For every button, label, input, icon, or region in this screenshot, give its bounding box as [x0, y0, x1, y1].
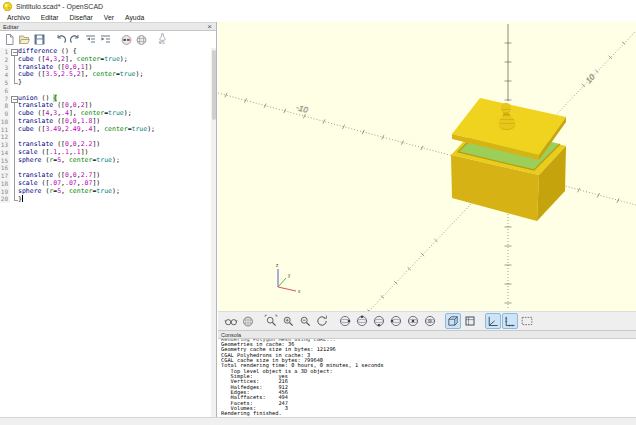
fold-marker — [10, 133, 18, 141]
undo-icon[interactable] — [53, 33, 67, 47]
line-number: 5 — [0, 79, 10, 87]
fold-marker — [10, 118, 18, 126]
reset-view-icon[interactable] — [314, 313, 330, 329]
editor-toolbar: STL — [0, 31, 216, 48]
fold-marker — [10, 71, 18, 79]
show-scale-markers-icon[interactable] — [502, 313, 518, 329]
model — [451, 98, 566, 221]
line-number: 11 — [0, 126, 10, 134]
view-top-icon[interactable] — [354, 313, 370, 329]
render-icon[interactable] — [134, 33, 148, 47]
fold-marker — [10, 56, 18, 64]
zoom-out-icon[interactable] — [297, 313, 313, 329]
line-number: 16 — [0, 164, 10, 172]
view-back-icon[interactable] — [422, 313, 438, 329]
code-line-15: 15sphere (r=5, center=true); — [0, 157, 211, 165]
fold-marker — [10, 164, 18, 172]
editor-panel: Editar × STL 1difference () {2cube ([4,3… — [0, 22, 217, 417]
show-crosshairs-icon[interactable] — [519, 313, 535, 329]
code-text: } — [18, 195, 23, 203]
menu-ayuda[interactable]: Ayuda — [120, 14, 150, 21]
x-axis-neg-label: -10 — [295, 103, 309, 115]
line-number: 10 — [0, 118, 10, 126]
window-title: Sintitulo.scad* - OpenSCAD — [16, 3, 103, 10]
line-number: 19 — [0, 188, 10, 196]
editor-scrollbar-thumb[interactable] — [212, 50, 216, 120]
text-cursor — [22, 195, 23, 202]
zoom-all-icon[interactable] — [263, 313, 279, 329]
viewport-toolbar — [218, 311, 636, 331]
code-text: } — [18, 79, 22, 87]
code-line-11: 11cube ([3.49,2.49,.4], center=true); — [0, 126, 211, 134]
editor-scrollbar[interactable] — [211, 48, 216, 417]
view-bottom-icon[interactable] — [371, 313, 387, 329]
show-axes-icon[interactable] — [485, 313, 501, 329]
console-line: Rendering finished. — [221, 411, 636, 416]
code-line-5: 5} — [0, 79, 211, 87]
fold-marker — [10, 195, 18, 203]
open-file-icon[interactable] — [17, 33, 31, 47]
line-number: 13 — [0, 141, 10, 149]
view-right-icon[interactable] — [337, 313, 353, 329]
code-editor[interactable]: 1difference () {2cube ([4,3,2], center=t… — [0, 48, 211, 417]
code-line-20: 20} — [0, 195, 211, 203]
console-panel: Consola Rendering Polygon Mesh using CGA… — [218, 331, 636, 417]
stl-label: STL — [159, 42, 166, 46]
fold-marker — [10, 79, 18, 87]
axis-indicator: z y x — [276, 263, 301, 294]
fold-marker[interactable] — [10, 95, 18, 103]
line-number: 15 — [0, 157, 10, 165]
view-front-icon[interactable] — [405, 313, 421, 329]
orthogonal-icon[interactable] — [462, 313, 478, 329]
fold-marker — [10, 126, 18, 134]
view-left-icon[interactable] — [388, 313, 404, 329]
unindent-icon[interactable] — [83, 33, 97, 47]
fold-marker — [10, 87, 18, 95]
redo-icon[interactable] — [68, 33, 82, 47]
render-preview-icon[interactable] — [119, 33, 133, 47]
new-file-icon[interactable] — [2, 33, 16, 47]
axis-indicator-y-label: y — [288, 273, 291, 278]
menu-archivo[interactable]: Archivo — [2, 14, 36, 21]
openscad-logo-icon — [3, 2, 12, 11]
fold-marker[interactable] — [10, 48, 18, 56]
axis-indicator-y-line — [278, 278, 286, 287]
axes — [218, 24, 636, 311]
zoom-in-icon[interactable] — [280, 313, 296, 329]
console-header: Consola — [218, 331, 636, 339]
code-text: cube ([3.5,2.5,2], center=true); — [18, 71, 143, 79]
console-output: Rendering Polygon Mesh using CGAL...Geom… — [218, 339, 636, 417]
menu-ver[interactable]: Ver — [99, 14, 120, 21]
line-number: 4 — [0, 71, 10, 79]
menu-bar: ArchivoEditarDiseñarVerAyuda — [0, 12, 636, 22]
fold-marker — [10, 149, 18, 157]
save-file-icon[interactable] — [32, 33, 46, 47]
axis-indicator-z-label: z — [276, 263, 279, 268]
line-number: 2 — [0, 56, 10, 64]
fold-marker — [10, 141, 18, 149]
editor-panel-header: Editar × — [0, 22, 216, 31]
export-stl-icon[interactable]: STL — [155, 33, 169, 47]
view-render-icon[interactable] — [240, 313, 256, 329]
line-number: 3 — [0, 64, 10, 72]
line-number: 6 — [0, 87, 10, 95]
fold-marker — [10, 110, 18, 118]
view-preview-icon[interactable] — [223, 313, 239, 329]
line-number: 14 — [0, 149, 10, 157]
editor-panel-title: Editar — [3, 24, 19, 30]
indent-icon[interactable] — [98, 33, 112, 47]
fold-marker — [10, 180, 18, 188]
fold-marker — [10, 64, 18, 72]
perspective-icon[interactable] — [445, 313, 461, 329]
fold-marker — [10, 172, 18, 180]
menu-editar[interactable]: Editar — [36, 14, 65, 21]
line-number: 9 — [0, 110, 10, 118]
line-number: 7 — [0, 95, 10, 103]
line-number: 20 — [0, 195, 10, 203]
viewport-3d[interactable]: -10 10 z y x — [218, 22, 636, 311]
axis-scale-labels: -10 10 — [295, 72, 597, 115]
close-icon[interactable]: × — [207, 24, 212, 29]
menu-diseñar[interactable]: Diseñar — [64, 14, 98, 21]
line-number: 12 — [0, 133, 10, 141]
fold-marker — [10, 157, 18, 165]
